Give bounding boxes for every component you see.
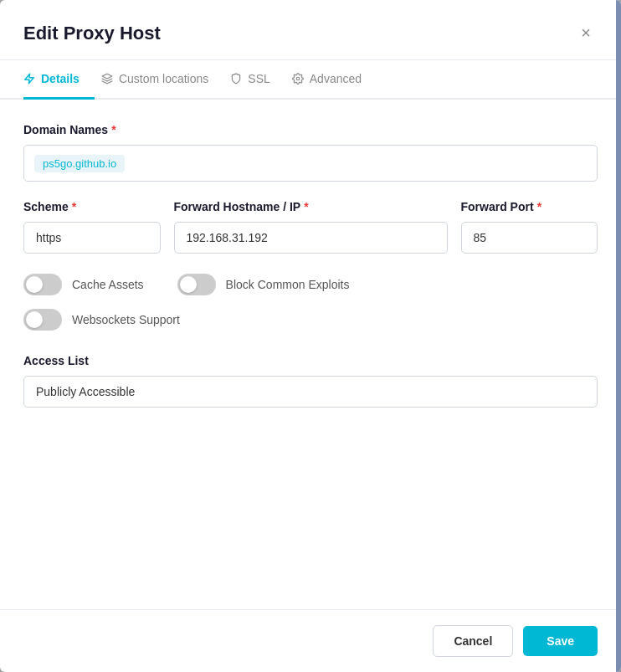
tab-details-label: Details: [41, 72, 80, 85]
access-list-label: Access List: [23, 354, 598, 367]
tab-custom-locations[interactable]: Custom locations: [101, 60, 223, 100]
access-list-input[interactable]: [23, 376, 598, 408]
svg-marker-0: [25, 74, 34, 84]
block-exploits-toggle-item: Block Common Exploits: [177, 274, 350, 295]
cancel-button[interactable]: Cancel: [433, 625, 513, 657]
block-exploits-label: Block Common Exploits: [226, 278, 350, 291]
modal-body: Domain Names * ps5go.github.io Scheme *: [0, 100, 621, 609]
cache-assets-toggle-item: Cache Assets: [23, 274, 144, 295]
tab-details[interactable]: Details: [23, 60, 95, 100]
domain-names-field: Domain Names * ps5go.github.io: [23, 123, 598, 182]
tab-custom-locations-label: Custom locations: [119, 72, 208, 85]
toggles-row: Cache Assets Block Common Exploits: [23, 274, 598, 295]
scheme-forward-row: Scheme * Forward Hostname / IP * Forward…: [23, 200, 598, 254]
scheme-field: Scheme *: [23, 200, 161, 254]
tab-ssl-label: SSL: [248, 72, 269, 85]
tab-advanced[interactable]: Advanced: [292, 60, 377, 100]
forward-hostname-input[interactable]: [174, 222, 448, 254]
scheme-input[interactable]: [23, 222, 161, 254]
access-list-section: Access List: [23, 354, 598, 408]
tab-ssl[interactable]: SSL: [230, 60, 285, 100]
forward-port-input[interactable]: [461, 222, 598, 254]
tab-advanced-label: Advanced: [310, 72, 362, 85]
cache-assets-label: Cache Assets: [72, 278, 144, 291]
svg-marker-1: [102, 74, 112, 79]
shield-icon: [230, 73, 242, 85]
modal-header: Edit Proxy Host ×: [0, 0, 621, 60]
websockets-toggle[interactable]: [23, 309, 62, 331]
modal-title: Edit Proxy Host: [23, 23, 161, 44]
websockets-row: Websockets Support: [23, 309, 598, 331]
modal-footer: Cancel Save: [0, 609, 621, 672]
domain-names-input[interactable]: ps5go.github.io: [23, 145, 598, 182]
gear-icon: [292, 73, 304, 85]
save-button[interactable]: Save: [523, 626, 598, 656]
forward-hostname-field: Forward Hostname / IP *: [174, 200, 448, 254]
tabs-bar: Details Custom locations: [0, 60, 621, 100]
edit-proxy-host-modal: Edit Proxy Host × Details: [0, 0, 621, 672]
cache-assets-toggle[interactable]: [23, 274, 62, 295]
forward-port-field: Forward Port *: [461, 200, 598, 254]
domain-tag: ps5go.github.io: [34, 155, 125, 172]
websockets-label: Websockets Support: [72, 313, 180, 326]
layers-icon: [101, 73, 113, 85]
block-exploits-toggle[interactable]: [177, 274, 216, 295]
svg-point-2: [296, 77, 300, 80]
domain-names-label: Domain Names *: [23, 123, 598, 136]
domain-names-required: *: [111, 123, 115, 136]
close-button[interactable]: ×: [574, 20, 598, 46]
bolt-icon: [23, 73, 35, 85]
